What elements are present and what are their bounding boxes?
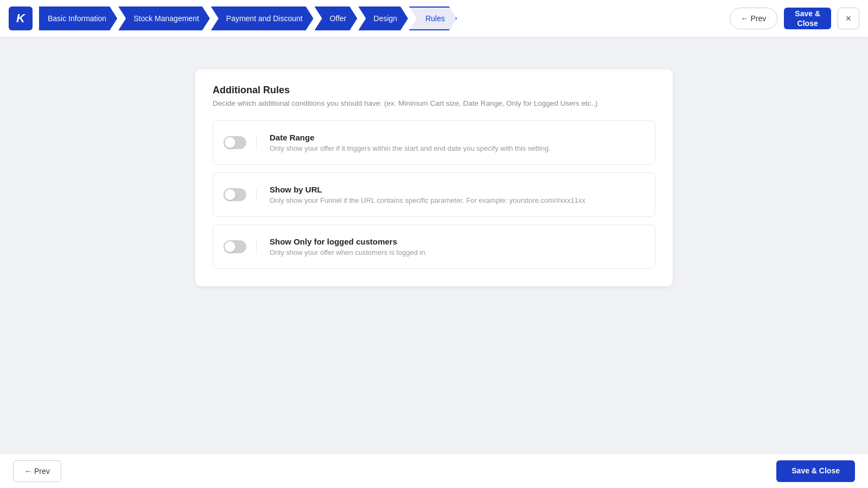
- main-content: Additional Rules Decide which additional…: [0, 37, 868, 453]
- additional-rules-card: Additional Rules Decide which additional…: [195, 69, 673, 286]
- rule-text-date-range: Date Range Only show your offer if it tr…: [270, 133, 644, 152]
- toggle-track: [224, 188, 246, 201]
- save-close-button[interactable]: Save &Close: [784, 8, 831, 29]
- toggle-wrap-date-range: [224, 136, 257, 149]
- logged-customers-toggle[interactable]: [224, 240, 246, 253]
- close-icon: ×: [846, 13, 852, 24]
- rule-name-date-range: Date Range: [270, 133, 644, 142]
- show-by-url-toggle[interactable]: [224, 188, 246, 201]
- toggle-thumb: [225, 189, 235, 200]
- toggle-track: [224, 240, 246, 253]
- footer-save-close-button[interactable]: Save & Close: [776, 460, 855, 482]
- rule-text-logged-customers: Show Only for logged customers Only show…: [270, 237, 644, 256]
- logo: K: [9, 7, 33, 30]
- tab-stock-management[interactable]: Stock Management: [118, 7, 210, 30]
- footer: ← Prev Save & Close: [0, 453, 868, 488]
- toggle-thumb: [225, 137, 235, 148]
- rule-desc-show-by-url: Only show your Funnel if the URL contain…: [270, 196, 644, 204]
- rule-name-logged-customers: Show Only for logged customers: [270, 237, 644, 246]
- tab-rules[interactable]: Rules: [409, 7, 457, 30]
- toggle-wrap-logged-customers: [224, 240, 257, 253]
- header-actions: ← Prev Save &Close ×: [730, 8, 859, 29]
- rule-text-show-by-url: Show by URL Only show your Funnel if the…: [270, 185, 644, 204]
- toggle-wrap-show-by-url: [224, 188, 257, 201]
- wizard-nav: Basic Information Stock Management Payme…: [39, 7, 730, 30]
- tab-design[interactable]: Design: [359, 7, 409, 30]
- tab-basic-information[interactable]: Basic Information: [39, 7, 117, 30]
- toggle-thumb: [225, 241, 235, 252]
- rule-desc-logged-customers: Only show your offer when customers is l…: [270, 248, 644, 256]
- date-range-toggle[interactable]: [224, 136, 246, 149]
- rule-row-logged-customers: Show Only for logged customers Only show…: [213, 224, 655, 269]
- logo-letter: K: [16, 11, 25, 25]
- rule-desc-date-range: Only show your offer if it triggers with…: [270, 144, 644, 152]
- toggle-track: [224, 136, 246, 149]
- prev-button[interactable]: ← Prev: [730, 8, 778, 29]
- tab-offer[interactable]: Offer: [315, 7, 358, 30]
- footer-prev-button[interactable]: ← Prev: [13, 460, 61, 482]
- rule-row-show-by-url: Show by URL Only show your Funnel if the…: [213, 172, 655, 217]
- rule-name-show-by-url: Show by URL: [270, 185, 644, 194]
- tab-payment-and-discount[interactable]: Payment and Discount: [211, 7, 314, 30]
- header: K Basic Information Stock Management Pay…: [0, 0, 868, 37]
- card-title: Additional Rules: [213, 85, 655, 96]
- rule-row-date-range: Date Range Only show your offer if it tr…: [213, 120, 655, 165]
- card-subtitle: Decide which additional conditions you s…: [213, 99, 655, 107]
- close-button[interactable]: ×: [838, 8, 859, 29]
